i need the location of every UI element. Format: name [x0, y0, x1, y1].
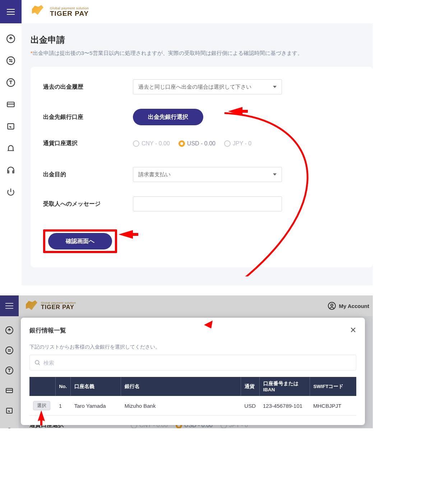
nav-statement-icon[interactable] — [6, 122, 15, 131]
select-row-button[interactable]: 選択 — [33, 401, 50, 410]
svg-point-1 — [7, 57, 15, 65]
history-label: 過去の出金履歴 — [43, 83, 133, 91]
nav-deposit-icon[interactable] — [6, 34, 15, 43]
side-nav — [0, 316, 19, 428]
col-bank: 銀行名 — [121, 377, 241, 396]
select-bank-button[interactable]: 出金先銀行選択 — [133, 109, 203, 125]
brand-logo: Global payment solution TIGER PAY — [31, 5, 89, 19]
user-circle-icon — [328, 302, 336, 310]
brand-name: TIGER PAY — [41, 304, 76, 310]
nav-tiger-icon[interactable] — [6, 78, 15, 87]
nav-card-icon[interactable] — [5, 386, 14, 395]
modal-title: 銀行情報一覧 — [29, 326, 66, 335]
modal-subtitle: 下記のリストからお客様の入金銀行を選択してください。 — [29, 344, 356, 350]
caret-down-icon — [273, 173, 277, 176]
purpose-select[interactable]: 請求書支払い — [133, 167, 282, 182]
purpose-label: 出金目的 — [43, 171, 133, 178]
submit-highlight: 確認画面へ — [43, 229, 117, 253]
nav-statement-icon[interactable] — [5, 406, 14, 415]
caret-down-icon — [273, 86, 277, 88]
nav-exchange-icon[interactable] — [6, 56, 15, 65]
nav-deposit-icon[interactable] — [5, 326, 14, 335]
bank-label: 出金先銀行口座 — [43, 113, 133, 121]
col-name: 口座名義 — [71, 377, 121, 396]
brand-logo: Global payment solution TIGER PAY — [24, 300, 76, 312]
bank-list-modal: 銀行情報一覧 ✕ 下記のリストからお客様の入金銀行を選択してください。 No. … — [21, 318, 365, 425]
page-notice: *出金申請は提出後の3〜5営業日以内に処理されますが、実際の受取時間は銀行側によ… — [31, 50, 373, 57]
brand-name: TIGER PAY — [50, 10, 89, 17]
svg-point-8 — [6, 347, 13, 354]
nav-power-icon[interactable] — [6, 187, 15, 197]
modal-close-button[interactable]: ✕ — [350, 326, 356, 335]
side-nav — [0, 23, 22, 285]
bank-table: No. 口座名義 銀行名 通貨 口座番号またはIBAN SWIFTコード 選択 … — [29, 377, 356, 416]
history-select[interactable]: 過去と同じ口座へ出金の場合は選択して下さい — [133, 79, 282, 94]
search-icon — [34, 359, 41, 366]
svg-point-6 — [331, 304, 333, 306]
purpose-select-value: 請求書支払い — [138, 171, 171, 178]
svg-point-12 — [35, 360, 39, 364]
page-title: 出金申請 — [31, 34, 373, 46]
history-select-value: 過去と同じ口座へ出金の場合は選択して下さい — [138, 84, 251, 90]
bank-search-input[interactable] — [29, 355, 356, 370]
currency-option-usd[interactable]: USD - 0.00 — [179, 140, 215, 147]
col-no: No. — [55, 377, 71, 396]
top-bar: Global payment solution TIGER PAY My Acc… — [0, 295, 373, 316]
nav-card-icon[interactable] — [6, 100, 15, 109]
col-swift: SWIFTコード — [310, 377, 356, 396]
message-input[interactable] — [133, 196, 282, 211]
nav-support-icon[interactable] — [6, 165, 15, 175]
top-bar: Global payment solution TIGER PAY — [0, 0, 373, 23]
currency-label: 通貨口座選択 — [43, 140, 133, 147]
currency-option-jpy[interactable]: JPY - 0 — [224, 140, 251, 147]
currency-option-cny[interactable]: CNY - 0.00 — [133, 140, 170, 147]
menu-toggle-button[interactable] — [0, 295, 19, 316]
tiger-icon — [31, 5, 45, 16]
menu-toggle-button[interactable] — [0, 0, 22, 23]
nav-bell-icon[interactable] — [5, 426, 14, 428]
table-row: 選択 1 Taro Yamada Mizuho Bank USD 123-456… — [29, 396, 356, 416]
tiger-icon — [24, 300, 39, 311]
nav-bell-icon[interactable] — [6, 144, 15, 153]
withdraw-form-card: 過去の出金履歴 過去と同じ口座へ出金の場合は選択して下さい 出金先銀行口座 出金… — [31, 67, 373, 267]
col-currency: 通貨 — [241, 377, 259, 396]
confirm-button[interactable]: 確認画面へ — [48, 233, 112, 249]
my-account-link[interactable]: My Account — [328, 302, 369, 310]
nav-exchange-icon[interactable] — [5, 346, 14, 355]
nav-tiger-icon[interactable] — [5, 366, 14, 375]
col-account: 口座番号またはIBAN — [259, 377, 310, 396]
message-label: 受取人へのメッセージ — [43, 200, 133, 208]
